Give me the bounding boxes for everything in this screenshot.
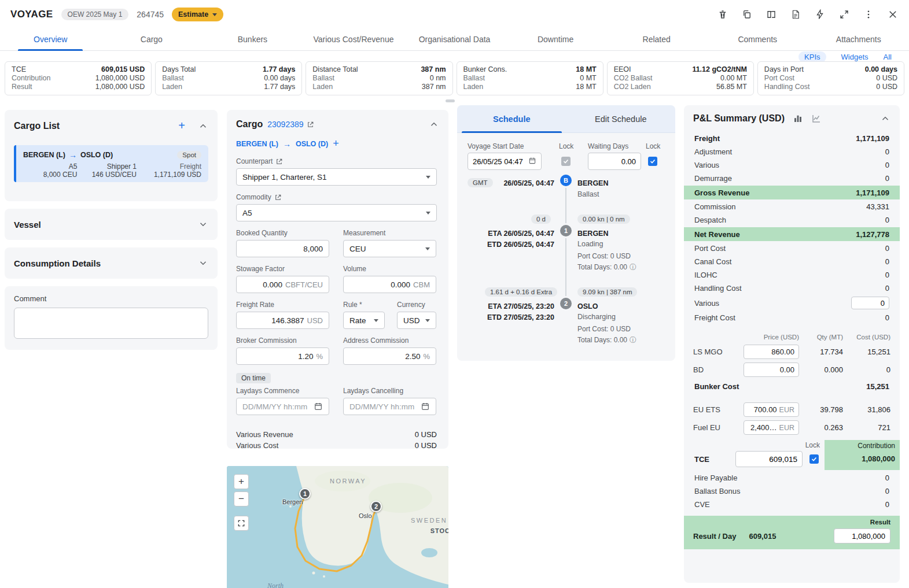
tab-schedule[interactable]: Schedule: [457, 105, 566, 132]
tab-edit-schedule[interactable]: Edit Schedule: [566, 105, 676, 132]
chevron-down-icon[interactable]: [198, 219, 208, 230]
laydays-commence-input[interactable]: DD/MM/YY hh:mm: [236, 398, 329, 415]
bunker-price-input[interactable]: 860.00: [744, 345, 799, 359]
tab-cargo[interactable]: Cargo: [101, 28, 203, 50]
calendar-icon[interactable]: [421, 402, 430, 411]
waiting-days-value[interactable]: [593, 157, 636, 166]
chevron-up-icon[interactable]: [198, 121, 208, 131]
estimate-button[interactable]: Estimate: [172, 8, 223, 21]
comment-textarea[interactable]: [14, 308, 208, 339]
flash-icon[interactable]: [814, 9, 826, 20]
stowage-factor-input[interactable]: 0.000CBFT/CEU: [236, 276, 329, 293]
link-all[interactable]: All: [884, 53, 892, 61]
broker-commission-input[interactable]: 1.20%: [236, 347, 329, 365]
kpi-card-eeoi: EEOI11.12 gCO2/tNM CO2 Ballast0.00 MT CO…: [607, 61, 754, 95]
delete-icon[interactable]: [717, 9, 728, 20]
splitter-handle[interactable]: [446, 99, 455, 102]
line-chart-icon[interactable]: [811, 113, 822, 124]
info-icon[interactable]: ⓘ: [630, 263, 636, 271]
more-icon[interactable]: [863, 9, 874, 20]
tab-downtime[interactable]: Downtime: [505, 28, 606, 50]
rule-select[interactable]: Rate: [343, 312, 385, 329]
stowage-factor-label: Stowage Factor: [236, 265, 329, 273]
currency-select[interactable]: USD: [397, 312, 436, 329]
kpi-label: Laden: [463, 83, 484, 91]
tab-related[interactable]: Related: [606, 28, 707, 50]
laydays-cancelling-label: Laydays Cancelling: [343, 387, 436, 395]
map-zoom-in-button[interactable]: +: [234, 474, 249, 489]
tab-comments[interactable]: Comments: [707, 28, 808, 50]
map-fullscreen-button[interactable]: [234, 516, 249, 531]
copy-icon[interactable]: [741, 9, 753, 20]
bunker-qty: 0.000: [799, 365, 843, 374]
address-commission-input[interactable]: 2.50%: [343, 347, 436, 365]
external-link-icon[interactable]: [274, 194, 282, 201]
close-icon[interactable]: [887, 9, 899, 20]
calendar-icon[interactable]: [528, 157, 536, 166]
measurement-label: Measurement: [343, 229, 436, 237]
waiting-days-lock-checkbox[interactable]: [648, 157, 657, 166]
pnl-row-label: Despatch: [694, 216, 726, 224]
voyage-start-date-input[interactable]: [468, 153, 542, 170]
add-port-button[interactable]: +: [333, 138, 339, 150]
route-map[interactable]: NORWAY SWEDEN STOC North Bergen Oslo 1 2…: [227, 466, 448, 588]
external-link-icon[interactable]: [307, 121, 314, 128]
leg-speed-distance-badge: 9.09 kn | 387 nm: [577, 287, 637, 297]
chevron-up-icon[interactable]: [880, 113, 890, 124]
route-discharge-link[interactable]: OSLO (D): [296, 140, 328, 148]
freight-rate-input[interactable]: 146.3887USD: [236, 312, 329, 329]
calendar-icon[interactable]: [314, 402, 323, 411]
schedule-tab-bar: Schedule Edit Schedule: [457, 105, 675, 133]
pdf-icon[interactable]: [790, 9, 801, 20]
broker-commission-unit: %: [316, 352, 323, 361]
cargo-list-item[interactable]: BERGEN (L) → OSLO (D) Spot A5 Shipper 1 …: [14, 145, 208, 182]
pnl-various-input[interactable]: [851, 297, 889, 309]
commodity-select[interactable]: A5: [236, 204, 437, 221]
bunker-price-value: 0.00: [780, 365, 794, 374]
counterpart-select[interactable]: Shipper 1, Charterer, S1: [236, 168, 437, 186]
tab-attachments[interactable]: Attachments: [808, 28, 909, 50]
waiting-days-input[interactable]: [588, 153, 641, 170]
info-icon[interactable]: ⓘ: [630, 336, 636, 344]
kpi-value: 0 MT: [580, 74, 596, 83]
pnl-row-value: 0: [885, 284, 889, 293]
bunker-price-input[interactable]: 0.00: [744, 363, 799, 377]
map-marker-2[interactable]: 2: [370, 501, 382, 512]
eu-price-input[interactable]: 700.00EUR: [744, 402, 799, 417]
tab-various-cost-revenue[interactable]: Various Cost/Revenue: [303, 28, 404, 50]
booked-quantity-input[interactable]: 8,000: [236, 240, 329, 257]
tab-bunkers[interactable]: Bunkers: [202, 28, 303, 50]
add-cargo-button[interactable]: +: [178, 119, 185, 132]
vessel-panel[interactable]: Vessel: [5, 209, 218, 240]
tce-value[interactable]: [735, 451, 803, 467]
measurement-select[interactable]: CEU: [343, 240, 436, 257]
external-link-icon[interactable]: [275, 158, 283, 165]
bar-chart-icon[interactable]: [793, 113, 803, 124]
chevron-down-icon[interactable]: [198, 258, 208, 268]
expand-icon[interactable]: [838, 9, 850, 20]
tab-overview[interactable]: Overview: [0, 28, 101, 50]
consumption-details-panel[interactable]: Consumption Details: [5, 247, 218, 279]
laydays-cancelling-input[interactable]: DD/MM/YY hh:mm: [343, 398, 436, 415]
tab-organisational-data[interactable]: Organisational Data: [404, 28, 505, 50]
voyage-start-lock-checkbox[interactable]: [561, 157, 571, 166]
eu-price-input[interactable]: 2,400…EUR: [744, 420, 799, 435]
result-per-day-value: 609,015: [749, 532, 776, 541]
tce-lock-checkbox[interactable]: [809, 454, 819, 464]
chevron-up-icon[interactable]: [429, 119, 439, 130]
booked-quantity-field: Booked Quantity 8,000: [236, 229, 329, 257]
eu-label: EU ETS: [693, 405, 744, 414]
tce-input[interactable]: [735, 451, 803, 467]
volume-input[interactable]: 0.000CBM: [343, 276, 436, 293]
map-zoom-out-button[interactable]: −: [234, 491, 249, 506]
book-icon[interactable]: [766, 9, 777, 20]
result-total-input[interactable]: [834, 528, 890, 543]
link-widgets[interactable]: Widgets: [841, 53, 868, 61]
cargo-id-link[interactable]: 23092389: [267, 120, 303, 129]
route-load-link[interactable]: BERGEN (L): [236, 140, 278, 148]
pnl-title: P&L Summary (USD): [693, 113, 785, 124]
pnl-row-label: Canal Cost: [694, 257, 731, 266]
stowage-factor-unit: CBFT/CEU: [285, 280, 323, 289]
voyage-start-date-value[interactable]: [473, 157, 528, 166]
map-marker-1[interactable]: 1: [299, 488, 311, 500]
